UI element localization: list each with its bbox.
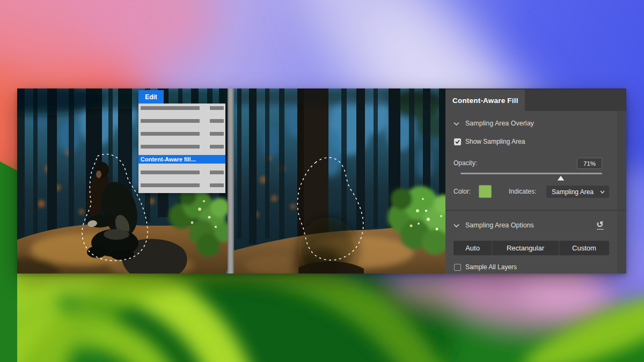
chevron-down-icon (453, 224, 459, 227)
menu-item-shortcut-bar (210, 106, 224, 110)
rectangular-button[interactable]: Rectangular (492, 241, 559, 255)
menu-item-placeholder (138, 119, 225, 123)
reset-icon-underline (597, 229, 604, 230)
reset-icon: ↺ (596, 221, 603, 228)
menu-item-shortcut-bar (210, 145, 224, 149)
menu-item-shortcut-bar (210, 183, 224, 187)
indicates-dropdown-value: Sampling Area (552, 188, 594, 196)
indicates-dropdown[interactable]: Sampling Area (546, 186, 609, 198)
sample-all-layers-label: Sample All Layers (465, 263, 517, 271)
section-divider (445, 210, 626, 211)
section-title: Sampling Area Overlay (465, 120, 534, 127)
photo-after (234, 88, 445, 274)
photo-divider (228, 88, 234, 274)
color-swatch[interactable] (479, 185, 492, 198)
show-sampling-area-checkbox[interactable] (454, 138, 461, 145)
photo-before: Edit Content-Aware fill... (17, 88, 228, 274)
menu-item-placeholder (138, 171, 225, 174)
edit-menu-label: Edit (145, 93, 157, 101)
sample-all-layers-checkbox[interactable] (454, 264, 461, 271)
forest-photo-person-removed (234, 88, 445, 274)
menu-item-placeholder (138, 132, 225, 136)
menu-item-shortcut-bar (210, 119, 224, 123)
section-header-sampling-area-overlay[interactable]: Sampling Area Overlay (453, 117, 534, 129)
panel-scroll-track[interactable] (617, 111, 626, 274)
opacity-slider-track[interactable] (460, 173, 602, 174)
show-sampling-area-row: Show Sampling Area (454, 138, 525, 145)
menu-item-placeholder (138, 183, 225, 187)
panel-tab-bar: Content-Aware Fill (445, 90, 626, 111)
menu-item-label-bar (141, 132, 200, 136)
menu-item-label-bar (141, 119, 200, 123)
menu-item-shortcut-bar (210, 171, 224, 174)
menu-item-label-bar (141, 106, 200, 110)
section-title: Sampling Area Options (465, 221, 534, 229)
section-header-sampling-area-options[interactable]: Sampling Area Options (453, 219, 534, 231)
checkmark-icon (455, 138, 460, 145)
edit-menu-mockup: Content-Aware fill... (138, 104, 225, 193)
reset-button[interactable]: ↺ (594, 219, 606, 232)
menu-item-placeholder (138, 106, 225, 110)
show-sampling-area-label: Show Sampling Area (465, 138, 525, 145)
content-aware-fill-tutorial-graphic: Edit Content-Aware fill... (17, 88, 626, 274)
menu-item-content-aware-fill[interactable]: Content-Aware fill... (138, 155, 225, 164)
arrow-icon (223, 141, 228, 274)
menu-item-shortcut-bar (210, 132, 224, 136)
sampling-area-button-group: Auto Rectangular Custom (453, 241, 609, 255)
color-label: Color: (453, 188, 471, 195)
opacity-label: Opacity: (453, 159, 477, 167)
slider-thumb-icon (557, 175, 565, 181)
menu-item-label-bar (141, 183, 200, 187)
dropdown-chevron-icon (600, 190, 605, 194)
chevron-down-icon (453, 122, 459, 125)
sample-all-layers-row: Sample All Layers (454, 263, 517, 271)
menu-item-placeholder (138, 145, 225, 149)
edit-menu-button[interactable]: Edit (138, 90, 164, 104)
screenshot-stage: Edit Content-Aware fill... (0, 0, 644, 362)
opacity-value: 71% (583, 160, 596, 167)
panel-tab-bar-empty (525, 90, 626, 111)
content-aware-fill-panel: Content-Aware Fill Sampling Area Overlay… (445, 88, 626, 274)
tab-content-aware-fill[interactable]: Content-Aware Fill (445, 90, 525, 111)
auto-button[interactable]: Auto (453, 241, 492, 255)
menu-item-label-bar (141, 171, 200, 174)
custom-button[interactable]: Custom (559, 241, 609, 255)
panel-title: Content-Aware Fill (452, 97, 518, 105)
menu-item-label-bar (141, 145, 200, 149)
opacity-slider-thumb[interactable] (557, 175, 565, 181)
indicates-label: Indicates: (509, 188, 536, 195)
opacity-value-field[interactable]: 71% (577, 158, 602, 169)
